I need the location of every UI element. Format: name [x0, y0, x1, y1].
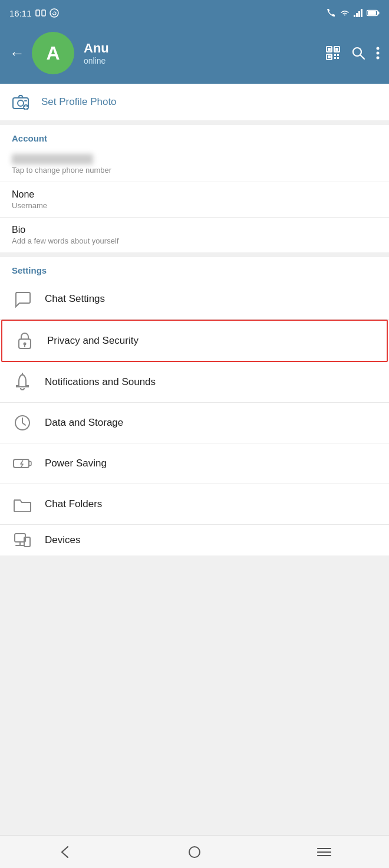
svg-rect-6: [361, 9, 362, 17]
username-sub: Username: [12, 201, 377, 210]
svg-rect-11: [328, 48, 331, 51]
status-time: 16:11: [9, 8, 32, 18]
camera-icon: [12, 94, 29, 110]
more-button[interactable]: [376, 46, 380, 60]
svg-point-24: [377, 57, 380, 60]
user-name: Anu: [84, 41, 325, 56]
settings-item-notifications[interactable]: Notifications and Sounds: [0, 362, 389, 403]
search-button[interactable]: [351, 46, 365, 60]
status-bar-right-icons: [325, 8, 380, 18]
svg-rect-17: [337, 54, 339, 56]
nav-menu-button[interactable]: [259, 847, 389, 857]
header-actions: [325, 45, 380, 61]
svg-point-26: [18, 100, 24, 106]
devices-icon: [12, 530, 33, 551]
clock-icon: [12, 412, 33, 433]
svg-rect-4: [356, 13, 358, 17]
profile-section: A Anu online: [32, 32, 325, 74]
svg-rect-19: [337, 57, 339, 59]
battery-status-icon: [367, 9, 380, 17]
svg-point-22: [377, 47, 380, 50]
svg-line-21: [361, 55, 365, 60]
username-item[interactable]: None Username: [0, 182, 389, 218]
app-header: ← A Anu online: [0, 26, 389, 84]
data-storage-label: Data and Storage: [45, 417, 123, 429]
svg-rect-9: [368, 11, 376, 15]
svg-rect-39: [29, 462, 31, 466]
settings-item-power-saving[interactable]: Power Saving: [0, 443, 389, 484]
account-section-header: Account: [0, 125, 389, 147]
svg-rect-15: [328, 55, 331, 58]
set-profile-photo-label: Set Profile Photo: [41, 96, 117, 108]
settings-section: Settings Chat Settings Privacy and Secur…: [0, 257, 389, 555]
lock-icon: [14, 330, 35, 351]
chat-icon: [12, 288, 33, 310]
svg-point-44: [189, 847, 200, 857]
wifi-icon: [339, 9, 350, 17]
svg-rect-13: [335, 48, 338, 51]
devices-label: Devices: [45, 534, 80, 546]
svg-rect-5: [358, 11, 360, 17]
settings-item-chat-settings[interactable]: Chat Settings: [0, 279, 389, 320]
call-icon: [325, 8, 336, 18]
signal-icon: [354, 9, 363, 17]
settings-item-devices[interactable]: Devices: [0, 525, 389, 555]
notifications-sounds-label: Notifications and Sounds: [45, 376, 156, 388]
svg-point-2: [50, 9, 58, 17]
svg-rect-3: [354, 15, 355, 17]
bottom-navigation: [0, 835, 389, 868]
header-info: Anu online: [84, 41, 325, 65]
user-status: online: [84, 56, 325, 65]
set-profile-photo-row[interactable]: Set Profile Photo: [0, 84, 389, 120]
chat-folders-label: Chat Folders: [45, 498, 102, 510]
bell-icon: [12, 371, 33, 393]
power-saving-icon: [12, 453, 33, 474]
settings-section-header: Settings: [0, 257, 389, 279]
svg-line-37: [22, 423, 25, 425]
whatsapp-icon: [50, 8, 59, 18]
settings-item-data-storage[interactable]: Data and Storage: [0, 403, 389, 443]
bio-sub: Add a few words about yourself: [12, 236, 377, 245]
svg-point-23: [377, 52, 380, 55]
chat-settings-label: Chat Settings: [45, 293, 105, 305]
privacy-security-label: Privacy and Security: [47, 335, 139, 347]
svg-rect-0: [36, 10, 39, 16]
nav-home-button[interactable]: [130, 846, 259, 859]
svg-rect-16: [334, 54, 336, 56]
bio-item[interactable]: Bio Add a few words about yourself: [0, 218, 389, 252]
bio-value: Bio: [12, 225, 377, 235]
svg-rect-8: [378, 12, 380, 15]
settings-item-chat-folders[interactable]: Chat Folders: [0, 484, 389, 525]
avatar: A: [32, 32, 74, 74]
phone-number-value: +1 9876543210: [12, 154, 377, 165]
svg-rect-1: [42, 10, 45, 16]
svg-rect-18: [334, 57, 336, 59]
status-bar-left: 16:11: [9, 8, 59, 18]
set-profile-photo-section: Set Profile Photo: [0, 84, 389, 120]
status-bar: 16:11: [0, 0, 389, 26]
settings-item-privacy-security[interactable]: Privacy and Security: [1, 320, 388, 362]
account-section: Account +1 9876543210 Tap to change phon…: [0, 125, 389, 252]
phone-number-sub: Tap to change phone number: [12, 166, 377, 175]
phone-blur: +1 9876543210: [12, 154, 93, 165]
nav-back-button[interactable]: [0, 846, 130, 859]
phone-number-item[interactable]: +1 9876543210 Tap to change phone number: [0, 147, 389, 182]
qr-code-button[interactable]: [325, 45, 341, 61]
back-button[interactable]: ←: [9, 45, 25, 61]
folder-icon: [12, 494, 33, 515]
sim-icon: [35, 9, 46, 17]
power-saving-label: Power Saving: [45, 458, 107, 469]
username-value: None: [12, 189, 377, 200]
